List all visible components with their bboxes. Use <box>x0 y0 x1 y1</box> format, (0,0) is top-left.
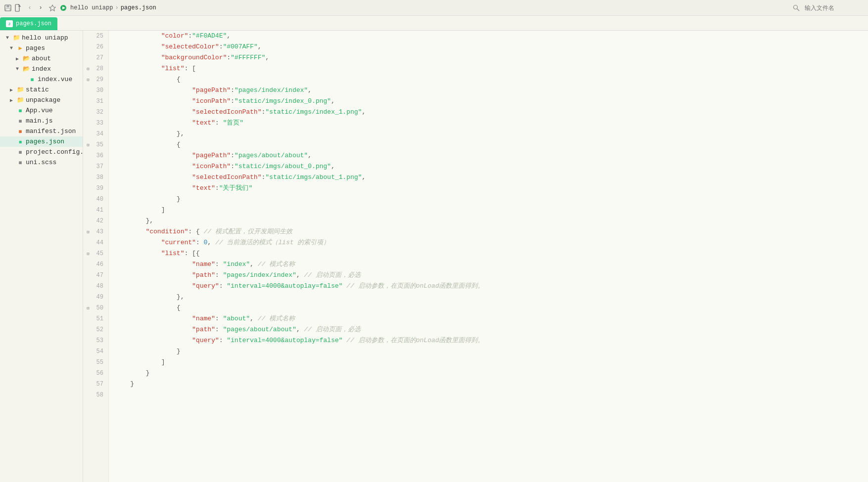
sidebar-index-label: index <box>32 65 51 73</box>
line-num-33: 33 <box>83 118 108 129</box>
code-line-55: ] <box>115 357 868 368</box>
sidebar-index-vue-label: index.vue <box>38 76 72 83</box>
code-line-27: "backgroundColor":"#FFFFFF", <box>115 52 868 63</box>
line-num-54: 54 <box>83 346 108 357</box>
breadcrumb-root[interactable]: hello uniapp <box>70 4 113 11</box>
line-num-32: 32 <box>83 107 108 118</box>
code-area[interactable]: "color":"#F0AD4E", "selectedColor":"#007… <box>109 31 868 482</box>
code-line-43: "condition": { // 模式配置，仅开发期间生效 <box>115 226 868 237</box>
sidebar-item-app-vue[interactable]: ◼ App.vue <box>0 105 83 116</box>
star-icon[interactable] <box>48 4 56 12</box>
sidebar-pages-label: pages <box>26 44 45 52</box>
main-js-icon: ◼ <box>17 118 24 125</box>
unpackage-folder-icon: 📁 <box>17 97 24 104</box>
tab-label: pages.json <box>16 20 51 27</box>
root-expand-icon: ▼ <box>4 35 11 42</box>
index-vue-icon: ◼ <box>29 76 36 83</box>
main-layout: ▼ 📁 hello uniapp ▼ ▶ pages ▶ 📂 about ▼ 📂… <box>0 31 868 482</box>
code-line-50: { <box>115 303 868 313</box>
code-line-48: "query": "interval=4000&autoplay=false" … <box>115 281 868 292</box>
code-line-28: "list": [ <box>115 63 868 74</box>
file-search-input[interactable] <box>805 4 864 11</box>
editor-content: 25 26 27 ⊟28 ⊟29 30 31 32 33 34 ⊟35 36 3… <box>83 31 868 482</box>
code-line-58 <box>115 390 868 400</box>
line-num-43: ⊟43 <box>83 226 108 237</box>
new-file-icon[interactable] <box>14 4 22 12</box>
sidebar-item-main-js[interactable]: ◼ main.js <box>0 116 83 126</box>
manifest-icon: ◼ <box>17 128 24 135</box>
sidebar-item-index[interactable]: ▼ 📂 index <box>0 64 83 74</box>
forward-arrow[interactable]: › <box>36 3 46 13</box>
line-num-44: 44 <box>83 237 108 248</box>
code-line-40: } <box>115 194 868 205</box>
line-num-46: 46 <box>83 259 108 270</box>
line-num-57: 57 <box>83 379 108 390</box>
line-num-34: 34 <box>83 129 108 139</box>
code-line-53: "query": "interval=4000&autoplay=false" … <box>115 335 868 346</box>
code-line-30: "pagePath":"pages/index/index", <box>115 85 868 96</box>
line-num-45: ⊟45 <box>83 248 108 259</box>
file-search-icon[interactable] <box>792 3 801 12</box>
sidebar-item-pages[interactable]: ▼ ▶ pages <box>0 43 83 53</box>
sidebar-manifest-label: manifest.json <box>26 128 76 135</box>
sidebar-item-manifest[interactable]: ◼ manifest.json <box>0 126 83 136</box>
code-line-46: "name": "index", // 模式名称 <box>115 259 868 270</box>
code-line-42: }, <box>115 216 868 226</box>
svg-line-8 <box>797 9 799 11</box>
code-line-54: } <box>115 346 868 357</box>
title-bar-right <box>792 3 864 12</box>
line-num-39: 39 <box>83 183 108 194</box>
root-folder-icon: 📁 <box>13 35 20 42</box>
breadcrumb-current: pages.json <box>121 4 156 11</box>
tab-pages-json[interactable]: J pages.json <box>0 17 57 30</box>
line-num-29: ⊟29 <box>83 74 108 85</box>
code-line-57: } <box>115 379 868 390</box>
sidebar-root[interactable]: ▼ 📁 hello uniapp <box>0 33 83 43</box>
code-line-32: "selectedIconPath":"static/imgs/index_1.… <box>115 107 868 118</box>
project-config-spacer <box>8 149 15 156</box>
svg-rect-1 <box>6 5 9 7</box>
svg-rect-3 <box>15 4 19 11</box>
about-expand-icon: ▶ <box>14 55 21 62</box>
sidebar-main-js-label: main.js <box>26 117 53 125</box>
line-num-48: 48 <box>83 281 108 292</box>
line-num-56: 56 <box>83 368 108 379</box>
line-num-38: 38 <box>83 172 108 183</box>
index-expand-icon: ▼ <box>14 66 21 73</box>
line-num-40: 40 <box>83 194 108 205</box>
save-icon[interactable] <box>4 4 12 12</box>
svg-marker-4 <box>49 5 55 11</box>
sidebar-item-static[interactable]: ▶ 📁 static <box>0 85 83 95</box>
uni-scss-icon: ◼ <box>17 159 24 166</box>
back-arrow[interactable]: ‹ <box>25 3 35 13</box>
tab-file-icon: J <box>6 20 13 27</box>
breadcrumb: hello uniapp › pages.json <box>70 4 156 11</box>
static-expand-icon: ▶ <box>8 87 15 93</box>
sidebar-item-project-config[interactable]: ◼ project.config.... <box>0 147 83 157</box>
line-num-37: 37 <box>83 161 108 172</box>
line-num-58: 58 <box>83 390 108 400</box>
code-line-45: "list": [{ <box>115 248 868 259</box>
code-line-44: "current": 0, // 当前激活的模式（list 的索引项） <box>115 237 868 248</box>
about-folder-icon: 📂 <box>23 55 30 62</box>
sidebar-project-config-label: project.config.... <box>26 148 83 156</box>
run-icon[interactable] <box>59 4 67 12</box>
sidebar-item-index-vue[interactable]: ◼ index.vue <box>0 74 83 85</box>
pages-json-icon: ◼ <box>17 138 24 145</box>
nav-arrows: ‹ › <box>25 3 46 13</box>
line-num-55: 55 <box>83 357 108 368</box>
line-num-49: 49 <box>83 292 108 303</box>
code-line-36: "pagePath":"pages/about/about", <box>115 150 868 161</box>
sidebar-item-pages-json[interactable]: ◼ pages.json <box>0 136 83 147</box>
app-vue-spacer <box>8 107 15 114</box>
line-num-28: ⊟28 <box>83 63 108 74</box>
code-line-39: "text":"关于我们" <box>115 183 868 194</box>
index-vue-spacer <box>20 76 27 83</box>
code-line-49: }, <box>115 292 868 303</box>
sidebar-item-unpackage[interactable]: ▶ 📁 unpackage <box>0 95 83 105</box>
svg-point-7 <box>794 5 798 9</box>
code-line-47: "path": "pages/index/index", // 启动页面，必选 <box>115 270 868 281</box>
sidebar-item-about[interactable]: ▶ 📂 about <box>0 53 83 64</box>
sidebar-item-uni-scss[interactable]: ◼ uni.scss <box>0 157 83 168</box>
pages-json-spacer <box>8 138 15 145</box>
